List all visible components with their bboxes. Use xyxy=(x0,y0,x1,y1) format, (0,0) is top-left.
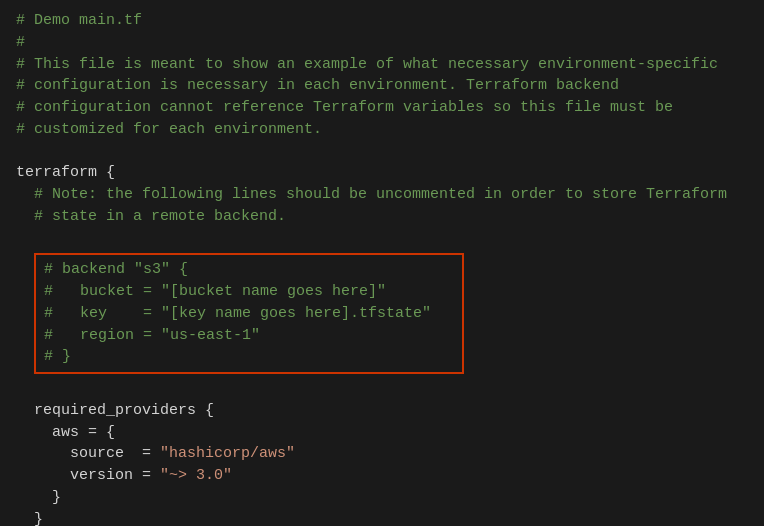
code-editor: # Demo main.tf # # This file is meant to… xyxy=(0,0,764,526)
line-source: source = "hashicorp/aws" xyxy=(16,443,748,465)
line-inner-close: } xyxy=(16,487,748,509)
hline-2: # bucket = "[bucket name goes here]" xyxy=(44,281,454,303)
line-5: # configuration cannot reference Terrafo… xyxy=(16,97,748,119)
line-required-providers: required_providers { xyxy=(16,400,748,422)
line-9: # Note: the following lines should be un… xyxy=(16,184,748,206)
line-8: terraform { xyxy=(16,162,748,184)
line-version: version = "~> 3.0" xyxy=(16,465,748,487)
line-1: # Demo main.tf xyxy=(16,10,748,32)
line-after-block xyxy=(16,378,748,400)
hline-4: # region = "us-east-1" xyxy=(44,325,454,347)
line-11 xyxy=(16,228,748,250)
line-2: # xyxy=(16,32,748,54)
line-7 xyxy=(16,141,748,163)
line-3: # This file is meant to show an example … xyxy=(16,54,748,76)
line-6: # customized for each environment. xyxy=(16,119,748,141)
line-10: # state in a remote backend. xyxy=(16,206,748,228)
highlighted-backend-block: # backend "s3" { # bucket = "[bucket nam… xyxy=(34,253,464,374)
line-4: # configuration is necessary in each env… xyxy=(16,75,748,97)
hline-1: # backend "s3" { xyxy=(44,259,454,281)
line-aws-open: aws = { xyxy=(16,422,748,444)
line-mid-close: } xyxy=(16,509,748,527)
hline-3: # key = "[key name goes here].tfstate" xyxy=(44,303,454,325)
hline-5: # } xyxy=(44,346,454,368)
